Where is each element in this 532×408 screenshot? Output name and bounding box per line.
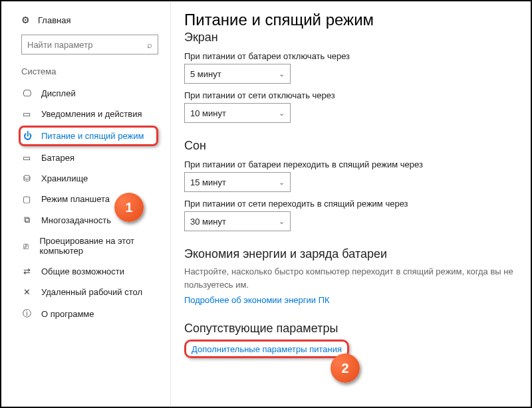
related-heading: Сопутствующие параметры [184,322,515,336]
sidebar-item-label: Многозадачность [41,215,111,225]
sidebar: ⚙ Главная ⌕ Система 🖵 Дисплей ▭ Уведомле… [1,1,171,407]
notifications-icon: ▭ [21,109,32,119]
screen-battery-select[interactable]: 5 минут ⌄ [184,64,291,84]
sidebar-item-power[interactable]: ⏻ Питание и спящий режим [19,126,158,146]
page-title: Питание и спящий режим [184,11,515,29]
power-icon: ⏻ [23,131,32,141]
sidebar-item-label: Режим планшета [41,194,110,204]
sidebar-item-battery[interactable]: ▭ Батарея [1,148,170,168]
sidebar-item-tablet[interactable]: ▢ Режим планшета [1,189,170,209]
storage-icon: ⛁ [21,173,32,183]
sleep-plugged-select[interactable]: 30 минут ⌄ [184,211,291,231]
screen-plugged-select[interactable]: 10 минут ⌄ [184,103,291,123]
related-link-highlight: Дополнительные параметры питания [184,340,349,358]
sidebar-item-label: О программе [41,309,94,319]
display-icon: 🖵 [21,88,32,98]
sleep-battery-label: При питании от батареи переходить в спящ… [184,159,515,169]
sidebar-item-multitasking[interactable]: ⧉ Многозадачность [1,209,170,231]
sidebar-item-storage[interactable]: ⛁ Хранилище [1,168,170,189]
about-icon: ⓘ [21,308,32,320]
sidebar-item-projecting[interactable]: ⎚ Проецирование на этот компьютер [1,231,170,261]
energy-desc: Настройте, насколько быстро компьютер пе… [184,265,515,291]
additional-power-link[interactable]: Дополнительные параметры питания [192,344,342,354]
search-icon: ⌕ [147,40,152,50]
sidebar-item-shared[interactable]: ⇄ Общие возможности [1,261,170,282]
sidebar-item-label: Проецирование на этот компьютер [39,236,158,256]
search-field[interactable] [27,40,147,50]
gear-icon: ⚙ [21,15,30,25]
sleep-plugged-label: При питании от сети переходить в спящий … [184,199,515,209]
chevron-down-icon: ⌄ [279,109,285,118]
sidebar-item-label: Питание и спящий режим [41,131,144,141]
select-value: 15 минут [190,177,226,187]
content-area: Питание и спящий режим Экран При питании… [171,1,531,407]
home-label: Главная [38,15,70,25]
screen-plugged-label: При питании от сети отключать через [184,90,515,100]
chevron-down-icon: ⌄ [279,217,285,226]
sidebar-item-label: Батарея [41,153,74,163]
remote-icon: ✕ [21,287,32,297]
sidebar-item-label: Дисплей [41,88,76,98]
sidebar-item-display[interactable]: 🖵 Дисплей [1,83,170,104]
sidebar-item-notifications[interactable]: ▭ Уведомления и действия [1,104,170,124]
category-label: Система [1,64,170,83]
select-value: 30 минут [190,217,226,227]
select-value: 10 минут [190,108,226,118]
projecting-icon: ⎚ [21,241,30,251]
energy-link[interactable]: Подробнее об экономии энергии ПК [184,295,330,305]
search-input[interactable]: ⌕ [21,35,158,54]
sleep-heading: Сон [184,139,515,153]
battery-icon: ▭ [21,153,32,163]
sidebar-item-remote[interactable]: ✕ Удаленный рабочий стол [1,282,170,302]
annotation-badge-1: 1 [114,193,144,222]
sidebar-item-label: Удаленный рабочий стол [41,287,142,297]
screen-heading: Экран [184,31,515,45]
sidebar-item-label: Общие возможности [41,266,124,276]
sleep-battery-select[interactable]: 15 минут ⌄ [184,172,291,192]
tablet-icon: ▢ [21,194,32,204]
annotation-badge-2: 2 [331,354,360,383]
energy-heading: Экономия энергии и заряда батареи [184,247,515,261]
chevron-down-icon: ⌄ [279,70,285,78]
sidebar-item-label: Хранилище [41,173,88,183]
chevron-down-icon: ⌄ [279,178,285,187]
select-value: 5 минут [190,69,221,79]
sidebar-item-about[interactable]: ⓘ О программе [1,302,170,325]
multitask-icon: ⧉ [21,215,32,225]
sidebar-item-label: Уведомления и действия [41,109,142,119]
shared-icon: ⇄ [21,266,32,276]
home-link[interactable]: ⚙ Главная [1,15,170,35]
screen-battery-label: При питании от батареи отключать через [184,51,515,61]
